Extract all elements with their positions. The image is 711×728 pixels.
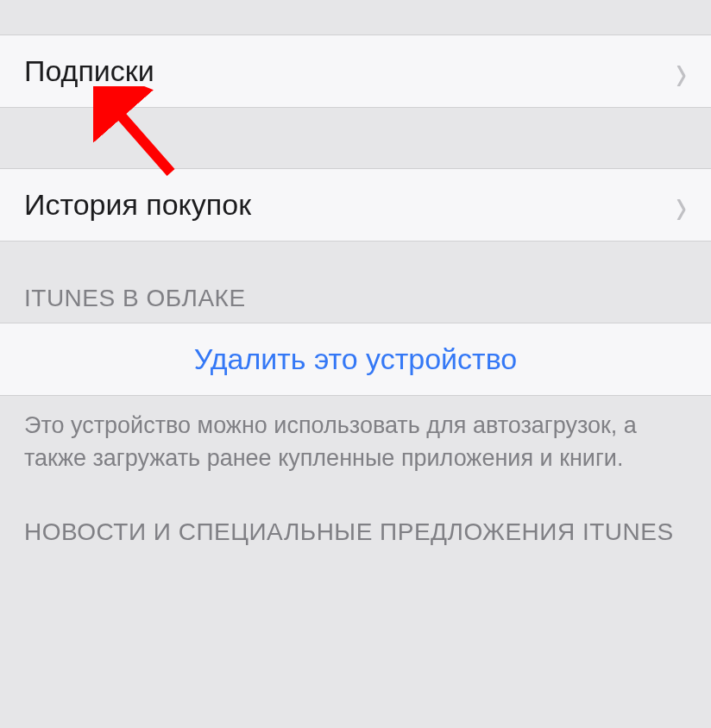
top-spacer — [0, 0, 711, 35]
remove-device-row[interactable]: Удалить это устройство — [0, 323, 711, 395]
chevron-right-icon: › — [676, 45, 687, 97]
purchase-history-row[interactable]: История покупок › — [0, 169, 711, 241]
itunes-cloud-group: Удалить это устройство — [0, 323, 711, 396]
chevron-right-icon: › — [676, 179, 687, 231]
news-offers-header: Новости и специальные предложения iTunes — [0, 501, 711, 556]
spacer-1 — [0, 108, 711, 168]
purchase-history-group: История покупок › — [0, 168, 711, 242]
itunes-cloud-header: iTunes в облаке — [0, 242, 711, 323]
remove-device-footer: Это устройство можно использовать для ав… — [0, 396, 711, 501]
remove-device-label: Удалить это устройство — [194, 342, 518, 376]
subscriptions-label: Подписки — [24, 54, 154, 88]
subscriptions-row[interactable]: Подписки › — [0, 35, 711, 107]
subscriptions-group: Подписки › — [0, 35, 711, 108]
purchase-history-label: История покупок — [24, 188, 251, 222]
